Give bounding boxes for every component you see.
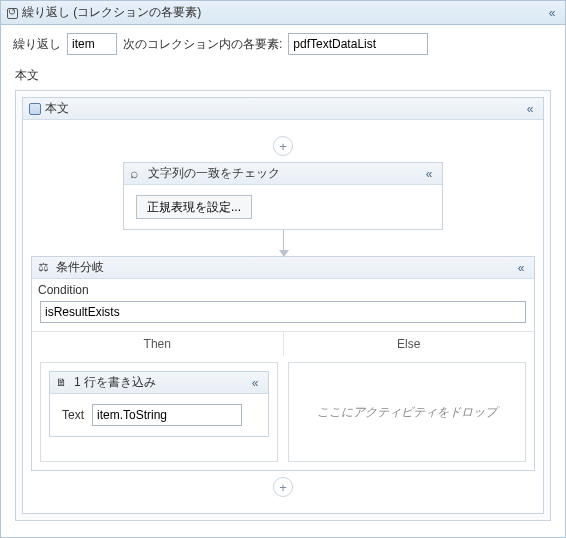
- write-icon: [56, 376, 70, 390]
- condition-label: Condition: [32, 279, 534, 301]
- sequence-icon: [29, 103, 41, 115]
- text-input[interactable]: [92, 404, 242, 426]
- writeline-header[interactable]: 1 行を書き込み «: [50, 372, 268, 394]
- foreach-params: 繰り返し 次のコレクション内の各要素:: [1, 25, 565, 63]
- set-regex-button[interactable]: 正規表現を設定...: [136, 195, 252, 219]
- collection-input[interactable]: [288, 33, 428, 55]
- add-activity-button[interactable]: +: [273, 477, 293, 497]
- else-label: Else: [283, 332, 535, 356]
- collapse-icon[interactable]: «: [545, 6, 559, 20]
- check-icon: [130, 167, 144, 181]
- if-header[interactable]: 条件分岐 «: [32, 257, 534, 279]
- if-title: 条件分岐: [56, 259, 104, 276]
- flow-connector: [283, 230, 284, 256]
- condition-input[interactable]: [40, 301, 526, 323]
- item-input[interactable]: [67, 33, 117, 55]
- writeline-title: 1 行を書き込み: [74, 374, 156, 391]
- loop-icon: [7, 8, 18, 19]
- collapse-icon[interactable]: «: [514, 261, 528, 275]
- drop-hint: ここにアクティビティをドロップ: [289, 363, 525, 461]
- sequence-body: + 文字列の一致をチェック « 正規表現を設定...: [23, 120, 543, 513]
- collapse-icon[interactable]: «: [523, 102, 537, 116]
- ismatch-title: 文字列の一致をチェック: [148, 165, 280, 182]
- if-icon: [38, 261, 52, 275]
- then-label: Then: [32, 332, 283, 356]
- ismatch-activity: 文字列の一致をチェック « 正規表現を設定...: [123, 162, 443, 230]
- root-header[interactable]: 繰り返し (コレクションの各要素) «: [1, 1, 565, 25]
- sequence-activity: 本文 « + 文字列の一致をチェック « 正規表現を設定...: [22, 97, 544, 514]
- sequence-header[interactable]: 本文 «: [23, 98, 543, 120]
- collection-label: 次のコレクション内の各要素:: [123, 36, 282, 53]
- writeline-activity: 1 行を書き込み « Text: [49, 371, 269, 437]
- text-label: Text: [62, 408, 84, 422]
- body-section-label: 本文: [1, 63, 565, 90]
- root-title: 繰り返し (コレクションの各要素): [22, 4, 201, 21]
- if-activity: 条件分岐 « Condition Then Else: [31, 256, 535, 471]
- collapse-icon[interactable]: «: [248, 376, 262, 390]
- collapse-icon[interactable]: «: [422, 167, 436, 181]
- branch-header: Then Else: [32, 331, 534, 356]
- repeat-label: 繰り返し: [13, 36, 61, 53]
- add-activity-button[interactable]: +: [273, 136, 293, 156]
- sequence-title: 本文: [45, 100, 69, 117]
- ismatch-header[interactable]: 文字列の一致をチェック «: [124, 163, 442, 185]
- body-container: 本文 « + 文字列の一致をチェック « 正規表現を設定...: [15, 90, 551, 521]
- else-branch[interactable]: ここにアクティビティをドロップ: [288, 362, 526, 462]
- foreach-activity: 繰り返し (コレクションの各要素) « 繰り返し 次のコレクション内の各要素: …: [0, 0, 566, 538]
- then-branch[interactable]: 1 行を書き込み « Text: [40, 362, 278, 462]
